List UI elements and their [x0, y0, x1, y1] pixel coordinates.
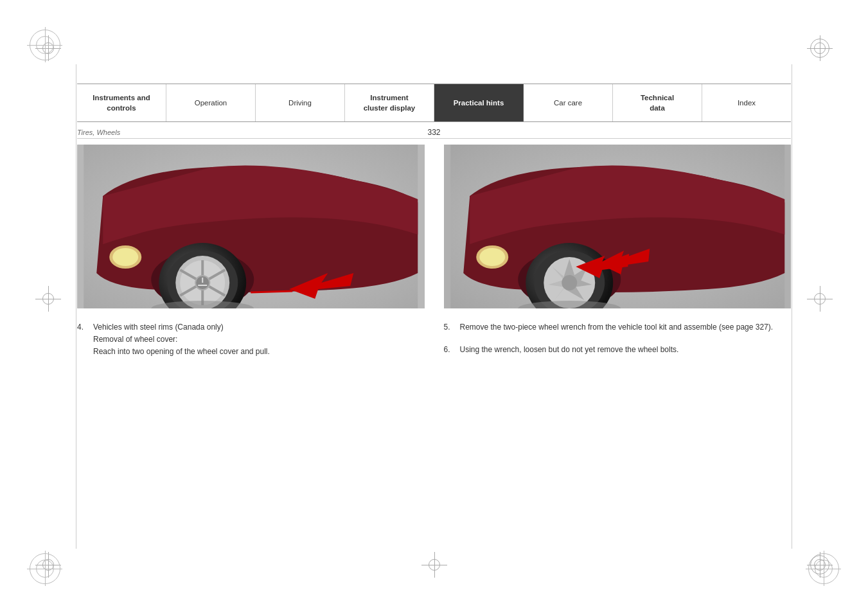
nav-item-instruments[interactable]: Instruments and controls [77, 84, 166, 121]
svg-point-15 [112, 248, 138, 266]
right-column: 5. Remove the two-piece wheel wrench fro… [434, 145, 792, 359]
page-header: Tires, Wheels 332 [77, 129, 791, 136]
nav-item-car-care[interactable]: Car care [524, 84, 613, 121]
nav-item-practical-hints[interactable]: Practical hints [434, 84, 524, 121]
svg-point-23 [562, 275, 577, 290]
nav-item-instrument-cluster[interactable]: Instrumentcluster display [345, 84, 434, 121]
right-car-image [444, 145, 792, 308]
nav-item-driving[interactable]: Driving [256, 84, 345, 121]
svg-point-26 [479, 248, 505, 266]
left-car-image [77, 145, 425, 308]
content-area: 4. Vehicles with steel rims (Canada only… [77, 145, 791, 359]
nav-item-operation[interactable]: Operation [166, 84, 256, 121]
svg-line-17 [251, 291, 292, 292]
section-title: Tires, Wheels [77, 129, 120, 136]
nav-item-index[interactable]: Index [702, 84, 791, 121]
step5-text: 5. Remove the two-piece wheel wrench fro… [444, 321, 792, 333]
step6-text: 6. Using the wrench, loosen but do not y… [444, 344, 792, 356]
nav-item-technical-data[interactable]: Technicaldata [613, 84, 702, 121]
left-column: 4. Vehicles with steel rims (Canada only… [77, 145, 434, 359]
nav-bar: Instruments and controls Operation Drivi… [77, 84, 791, 122]
page-number: 332 [427, 128, 440, 137]
step4-text: 4. Vehicles with steel rims (Canada only… [77, 321, 425, 359]
